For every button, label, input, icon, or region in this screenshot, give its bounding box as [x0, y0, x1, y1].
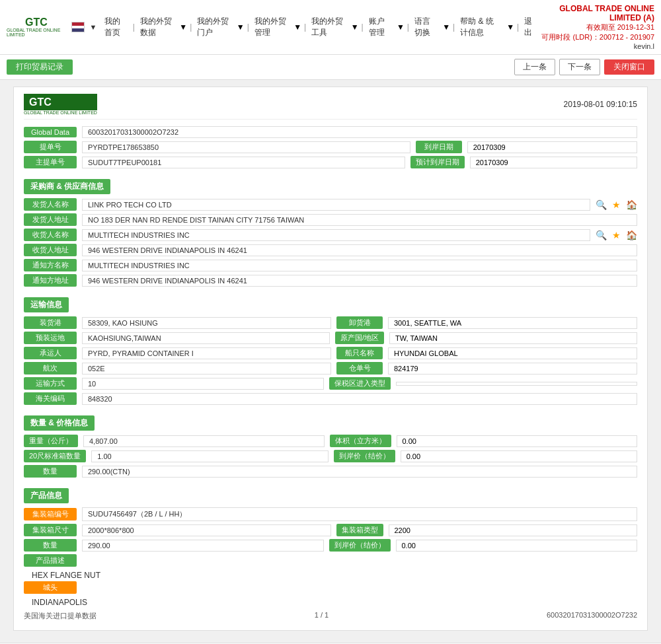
prod-arrival-price-value: 0.00: [396, 540, 638, 552]
notify-name-value: MULTITECH INDUSTRIES INC: [82, 260, 637, 271]
logo-subtitle: GLOBAL TRADE ONLINE LIMITED: [7, 28, 66, 37]
pre-load-value: KAOHSIUNG,TAIWAN: [82, 332, 330, 344]
flag-label: ▼: [90, 23, 97, 31]
consignee-addr-row: 收货人地址 946 WESTERN DRIVE INDIANAPOLIS IN …: [24, 244, 637, 256]
customs-row: 海关编码 848320: [24, 392, 637, 405]
product-section-label: 产品信息: [24, 488, 69, 503]
container20-value: 1.00: [91, 450, 328, 462]
est-arrival-label: 预计到岸日期: [410, 156, 465, 168]
origin-port-value: 58309, KAO HSIUNG: [82, 317, 331, 329]
nav-menu: 我的首页 | 我的外贸数据▼ | 我的外贸门户▼ | 我的外贸管理▼ | 我的外…: [102, 15, 538, 40]
expiry-date: 有效期至 2019-12-31: [538, 22, 654, 32]
shipper-name-label: 发货人名称: [24, 198, 77, 211]
global-data-value: 60032017031300002O7232: [82, 126, 637, 138]
prev-button[interactable]: 上一条: [514, 59, 555, 75]
voyage-row: 航次 052E 仓单号 824179: [24, 362, 637, 375]
bill-row: 提单号 PYRDTPE178653850 到岸日期 20170309: [24, 141, 637, 153]
port-row: 装货港 58309, KAO HSIUNG 卸货港 3001, SEATTLE,…: [24, 316, 637, 329]
nav-account[interactable]: 账户管理: [366, 15, 394, 40]
bonded-label: 保税区进入类型: [329, 377, 391, 390]
global-data-label: Global Data: [24, 127, 77, 137]
transport-value: 10: [82, 378, 324, 390]
logo: GTC GLOBAL TRADE ONLINE LIMITED: [7, 17, 66, 37]
container-size-label: 集装箱尺寸: [24, 524, 77, 536]
container-no-row: 集装箱编号 SUDU7456497（2B / L / HH）: [24, 507, 637, 521]
doc-header: GTC GLOBAL TRADE ONLINE LIMITED 2019-08-…: [24, 94, 637, 120]
next-button[interactable]: 下一条: [559, 59, 600, 75]
period-info: 可用时段 (LDR)：200712 - 201907: [538, 32, 654, 42]
qty-row: 数量 290.00(CTN): [24, 465, 637, 478]
consignee-name-row: 收货人名称 MULTITECH INDUSTRIES INC 🔍 ★ 🏠: [24, 229, 637, 241]
main-bill-label: 主提单号: [24, 156, 77, 168]
container-size-value: 2000*806*800: [82, 524, 331, 536]
carrier-label: 承运人: [24, 347, 77, 359]
warehouse-value: 824179: [388, 363, 637, 375]
nav-trade-data[interactable]: 我的外贸数据: [137, 15, 176, 40]
flag-icon: [71, 22, 85, 32]
nav-language[interactable]: 语言切换: [412, 15, 440, 40]
doc-logo-text: GTC: [24, 94, 97, 110]
customs-label: 海关编码: [24, 392, 77, 405]
origin-country-label: 原产国/地区: [335, 332, 384, 344]
main-bill-value: SUDUT7TPEUP00181: [82, 157, 405, 168]
company-name: GLOBAL TRADE ONLINE LIMITED (A): [538, 4, 654, 22]
voyage-value: 052E: [82, 363, 331, 375]
doc-summary: 美国海关进口提单数据 1 / 1 60032017031300002O7232: [24, 608, 637, 624]
nav-home[interactable]: 我的首页: [102, 15, 130, 40]
prod-qty-value: 290.00: [82, 540, 324, 552]
bill-no-value: PYRDTPE178653850: [82, 141, 410, 153]
doc-logo-subtitle: GLOBAL TRADE ONLINE LIMITED: [24, 110, 97, 115]
doc-logo: GTC GLOBAL TRADE ONLINE LIMITED: [24, 94, 97, 115]
document-card: GTC GLOBAL TRADE ONLINE LIMITED 2019-08-…: [13, 87, 648, 631]
nav-portal[interactable]: 我的外贸门户: [194, 15, 233, 40]
close-button[interactable]: 关闭窗口: [604, 59, 654, 75]
warehouse-label: 仓单号: [336, 362, 383, 375]
product-desc-value: HEX FLANGE NUT: [26, 569, 637, 581]
container-type-label: 集装箱类型: [336, 524, 383, 536]
consignee-addr-label: 收货人地址: [24, 244, 77, 256]
notify-addr-value: 946 WESTERN DRIVE INDIANAPOLIS IN 46241: [82, 275, 637, 287]
toolbar-right: 上一条 下一条 关闭窗口: [514, 59, 654, 75]
nav-tools[interactable]: 我的外贸工具: [309, 15, 348, 40]
search-icon-shipper[interactable]: 🔍: [596, 199, 607, 210]
qty-price-section-label: 数量 & 价格信息: [24, 415, 95, 431]
prod-qty-row: 数量 290.00 到岸价（结价） 0.00: [24, 539, 637, 552]
header-right: GLOBAL TRADE ONLINE LIMITED (A) 有效期至 201…: [538, 4, 654, 50]
page-indicator: 1 / 1: [315, 611, 329, 621]
shipping-section-label: 运输信息: [24, 297, 69, 312]
consignee-name-label: 收货人名称: [24, 229, 77, 241]
volume-value: 0.00: [397, 435, 638, 447]
main-content: GTC GLOBAL TRADE ONLINE LIMITED 2019-08-…: [0, 80, 661, 643]
home-icon-shipper[interactable]: 🏠: [626, 199, 637, 210]
print-button[interactable]: 打印贸易记录: [7, 59, 73, 75]
est-arrival-value: 20170309: [470, 157, 637, 168]
doc-timestamp: 2019-08-01 09:10:15: [564, 100, 637, 109]
prod-arrival-price-label: 到岸价（结价）: [329, 539, 391, 552]
container-size-row: 集装箱尺寸 2000*806*800 集装箱类型 2200: [24, 524, 637, 536]
container20-row: 20尺标准箱数量 1.00 到岸价（结价） 0.00: [24, 450, 637, 462]
product-desc-label: 产品描述: [24, 554, 77, 567]
star-icon-consignee[interactable]: ★: [612, 230, 621, 240]
username: kevin.l: [634, 42, 654, 50]
search-icon-consignee[interactable]: 🔍: [596, 230, 607, 240]
container-no-value: SUDU7456497（2B / L / HH）: [82, 507, 637, 521]
main-bill-row: 主提单号 SUDUT7TPEUP00181 预计到岸日期 20170309: [24, 156, 637, 168]
home-icon-consignee[interactable]: 🏠: [626, 230, 637, 240]
shipper-name-value: LINK PRO TECH CO LTD: [82, 199, 590, 211]
logo-text: GTC: [25, 17, 48, 28]
weight-row: 重量（公斤） 4,807.00 体积（立方米） 0.00: [24, 435, 637, 447]
origin-value: INDIANAPOLIS: [26, 596, 637, 608]
arrival-date-label: 到岸日期: [416, 141, 462, 153]
nav-logout[interactable]: 退出: [522, 15, 538, 40]
notify-addr-row: 通知方地址 946 WESTERN DRIVE INDIANAPOLIS IN …: [24, 274, 637, 287]
nav-help[interactable]: 帮助 & 统计信息: [457, 15, 504, 40]
origin-label: 城头: [24, 581, 77, 594]
nav-manage[interactable]: 我的外贸管理: [252, 15, 291, 40]
weight-label: 重量（公斤）: [24, 435, 78, 447]
shipper-name-row: 发货人名称 LINK PRO TECH CO LTD 🔍 ★ 🏠: [24, 198, 637, 211]
arrival-date-value: 20170309: [467, 141, 637, 153]
shipper-addr-value: NO 183 DER NAN RD RENDE DIST TAINAN CITY…: [82, 214, 637, 226]
shipper-addr-row: 发货人地址 NO 183 DER NAN RD RENDE DIST TAINA…: [24, 213, 637, 226]
consignee-name-value: MULTITECH INDUSTRIES INC: [82, 229, 590, 241]
star-icon-shipper[interactable]: ★: [612, 199, 621, 210]
